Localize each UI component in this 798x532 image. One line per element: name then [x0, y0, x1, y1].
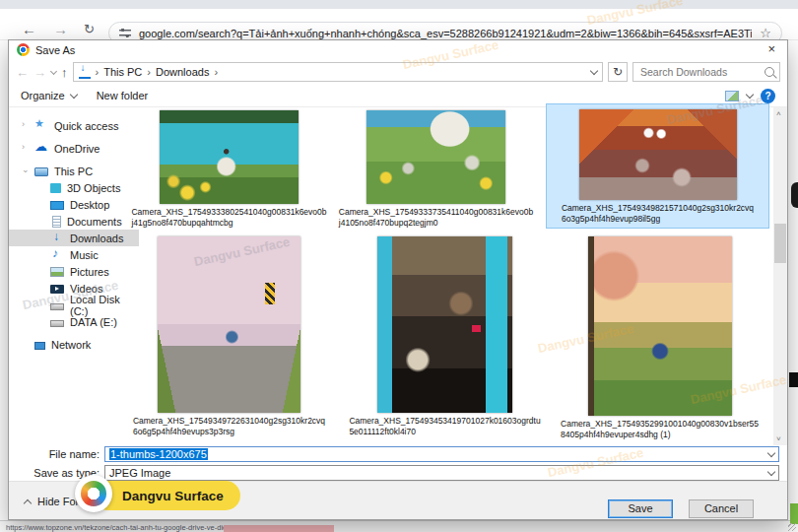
nav-forward-icon[interactable] [33, 66, 46, 79]
dialog-title-bar[interactable]: Save As [9, 40, 787, 59]
browser-tab-strip [0, 0, 798, 9]
sidebar-item-label: Network [51, 339, 91, 351]
file-list: Camera_XHS_17549333802541040g00831k6evo0… [139, 107, 773, 445]
save-as-type-row: Save as type: JPEG Image [9, 464, 787, 482]
url-text[interactable]: google.com/search?q=Tải+ảnh+xuống+nhanh+… [139, 28, 752, 39]
organize-label: Organize [21, 90, 65, 101]
chevron-right-icon [214, 66, 218, 78]
search-icon[interactable] [765, 67, 774, 77]
file-item[interactable]: Camera_XHS_17549349722631040g2sg310kr2cv… [123, 236, 335, 437]
chevron-right-icon [96, 66, 100, 78]
dialog-body: › Quick access › OneDrive ⌄ This PC 3D O… [9, 107, 787, 445]
file-name-input[interactable]: 1-thumbs-1200x675 [104, 446, 779, 462]
search-input[interactable] [638, 65, 761, 79]
cancel-button[interactable]: Cancel [689, 499, 754, 518]
browser-reload-icon[interactable] [84, 22, 95, 36]
sidebar-item-label: Downloads [70, 233, 123, 244]
sidebar-item-network[interactable]: Network [9, 336, 139, 353]
brand-badge-label: Dangvu Surface [122, 489, 224, 503]
nav-back-icon[interactable] [16, 66, 29, 79]
sidebar-item-label: DATA (E:) [70, 316, 117, 328]
sidebar-item-documents[interactable]: Documents [9, 213, 139, 230]
site-settings-icon[interactable] [119, 28, 131, 38]
sidebar-item-3d-objects[interactable]: 3D Objects [9, 179, 139, 196]
desktop-icon [50, 201, 64, 210]
downloads-icon [50, 232, 64, 244]
sidebar: › Quick access › OneDrive ⌄ This PC 3D O… [9, 107, 139, 445]
file-name-value[interactable]: 1-thumbs-1200x675 [109, 448, 208, 460]
address-dropdown-icon[interactable] [590, 67, 598, 75]
chevron-down-icon[interactable] [767, 449, 775, 457]
save-button[interactable]: Save [608, 499, 673, 518]
sidebar-item-local-disk-c[interactable]: Local Disk (C:) [9, 297, 139, 313]
dangvu-logo [75, 475, 112, 512]
breadcrumb-downloads[interactable]: Downloads [156, 66, 209, 78]
breadcrumb[interactable]: This PC Downloads [73, 62, 604, 82]
organize-button[interactable]: Organize [21, 90, 77, 101]
photo-thumbnail[interactable] [158, 236, 300, 413]
save-as-dialog: Save As This PC Downloads Organize [8, 39, 788, 520]
browser-forward-icon[interactable] [53, 22, 68, 36]
sidebar-item-pictures[interactable]: Pictures [9, 263, 139, 280]
this-pc-icon [34, 167, 48, 176]
expander-icon[interactable]: ⌄ [22, 165, 30, 174]
photo-thumbnail[interactable] [579, 109, 737, 200]
videos-icon [50, 285, 64, 294]
sidebar-item-desktop[interactable]: Desktop [9, 196, 139, 213]
photo-thumbnail[interactable] [366, 110, 505, 204]
sidebar-item-downloads[interactable]: Downloads [9, 230, 139, 246]
view-options-icon[interactable] [725, 91, 739, 101]
sidebar-item-this-pc[interactable]: ⌄ This PC [9, 163, 139, 179]
sidebar-item-label: This PC [54, 166, 93, 177]
page-fragment [224, 525, 334, 532]
chevron-down-icon [69, 91, 77, 99]
chevron-down-icon[interactable] [767, 468, 775, 476]
dangvu-logo-mark [81, 481, 106, 506]
close-icon[interactable] [767, 41, 775, 56]
scrollbar[interactable]: ˄ ˅ [773, 107, 787, 445]
sidebar-item-music[interactable]: Music [9, 246, 139, 263]
file-name-caption: Camera_XHS_17549352991001040g00830v1bser… [561, 419, 759, 440]
screen: { "browser": { "url": "google.com/search… [0, 0, 798, 532]
file-name-label: File name: [9, 448, 100, 460]
photo-thumbnail[interactable] [160, 110, 299, 204]
resize-grip-icon[interactable] [788, 523, 796, 531]
sidebar-item-label: Documents [67, 216, 122, 228]
expander-icon[interactable]: › [22, 119, 25, 129]
refresh-icon[interactable] [608, 62, 628, 82]
file-item[interactable]: Camera_XHS_17549333802541040g00831k6evo0… [123, 110, 335, 229]
toolbar-right-group: ? [725, 89, 775, 103]
file-item-selected[interactable]: Camera_XHS_17549349821571040g2sg310kr2cv… [547, 104, 768, 228]
file-item[interactable]: Camera_XHS_17549333735411040g00831k6evo0… [330, 110, 542, 229]
save-as-type-select[interactable]: JPEG Image [104, 465, 779, 481]
3d-objects-icon [50, 183, 61, 193]
search-box[interactable] [632, 62, 780, 82]
new-folder-button[interactable]: New folder [97, 90, 149, 101]
sidebar-item-data-e[interactable]: DATA (E:) [9, 313, 139, 330]
nav-up-icon[interactable] [61, 66, 68, 79]
sidebar-item-onedrive[interactable]: › OneDrive [9, 140, 139, 157]
browser-back-icon[interactable] [22, 22, 36, 36]
scroll-up-icon[interactable]: ˄ [776, 109, 781, 118]
chevron-right-icon [147, 66, 151, 78]
disk-icon [50, 320, 64, 327]
sidebar-item-label: Desktop [70, 199, 109, 211]
nav-history-chevron-icon[interactable] [50, 67, 57, 74]
music-icon [50, 248, 64, 261]
expander-icon[interactable]: › [22, 142, 25, 152]
sidebar-item-quick-access[interactable]: › Quick access [9, 117, 139, 134]
file-item[interactable]: Camera_XHS_175493453419701027k01603ogrdt… [339, 236, 551, 437]
page-fragment [789, 372, 798, 387]
sidebar-item-label: 3D Objects [67, 182, 120, 194]
help-icon[interactable]: ? [761, 89, 775, 103]
scroll-down-icon[interactable]: ˅ [776, 434, 781, 443]
sidebar-item-label: OneDrive [54, 143, 100, 155]
file-name-row: File name: 1-thumbs-1200x675 [9, 445, 787, 463]
photo-thumbnail[interactable] [377, 236, 512, 413]
chevron-down-icon[interactable] [746, 91, 754, 99]
photo-thumbnail[interactable] [588, 236, 732, 416]
breadcrumb-this-pc[interactable]: This PC [103, 66, 142, 78]
bookmark-star-icon[interactable] [760, 26, 771, 40]
scrollbar-thumb[interactable] [774, 224, 786, 263]
file-item[interactable]: Camera_XHS_17549352991001040g00830v1bser… [554, 236, 765, 440]
